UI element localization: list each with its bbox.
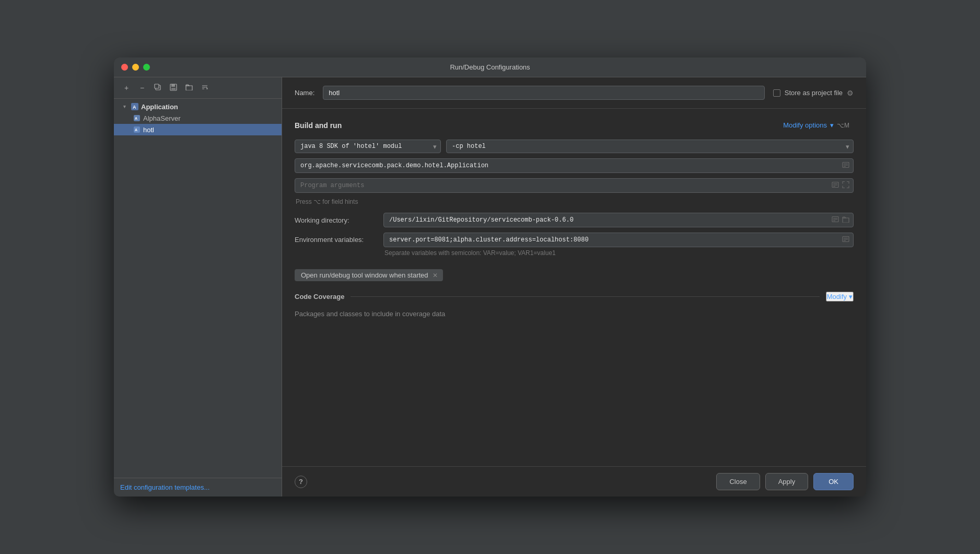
alphaserver-icon: A	[133, 114, 141, 122]
chevron-down-icon: ▾	[830, 121, 834, 129]
modify-options-shortcut: ⌥M	[837, 122, 849, 129]
modify-label: Modify	[827, 293, 847, 301]
modify-chevron-icon: ▾	[849, 293, 853, 301]
env-vars-input[interactable]	[383, 233, 854, 247]
env-vars-group: Separate variables with semicolon: VAR=v…	[383, 233, 854, 257]
badge-label: Open run/debug tool window when started	[301, 271, 428, 279]
svg-text:A: A	[135, 117, 137, 120]
working-dir-wrapper	[383, 213, 854, 227]
open-tool-window-badge: Open run/debug tool window when started …	[295, 269, 443, 281]
sdk-select-wrapper: java 8 SDK of 'hotel' modul	[295, 140, 441, 153]
main-class-wrapper	[295, 158, 854, 173]
chevron-down-icon: ▾	[120, 102, 129, 111]
traffic-lights	[121, 64, 150, 71]
working-dir-label: Working directory:	[295, 216, 378, 224]
main-class-input[interactable]	[295, 158, 854, 173]
store-as-project-checkbox[interactable]	[773, 89, 780, 97]
sdk-cp-row: java 8 SDK of 'hotel' modul -cp hotel	[295, 140, 854, 153]
close-button[interactable]: Close	[716, 473, 760, 490]
program-args-row	[295, 178, 854, 193]
hotl-label: hotl	[143, 126, 154, 134]
modify-options-label: Modify options	[783, 121, 827, 129]
edit-templates-link[interactable]: Edit configuration templates...	[120, 483, 209, 491]
window-footer: ? Close Apply OK	[282, 466, 866, 497]
env-vars-label: Environment variables:	[295, 233, 378, 244]
right-panel: Name: Store as project file ⚙ Build and …	[282, 77, 866, 497]
config-header: Name: Store as project file ⚙	[282, 77, 866, 109]
code-coverage-title: Code Coverage	[295, 293, 344, 301]
sidebar-group-label: Application	[141, 103, 178, 111]
main-content: + −	[114, 77, 866, 497]
browse-file-icon[interactable]	[842, 161, 849, 170]
sidebar: + −	[114, 77, 282, 497]
gear-icon[interactable]: ⚙	[847, 89, 854, 97]
expand-icon[interactable]	[842, 181, 849, 190]
code-coverage-modify-button[interactable]: Modify ▾	[826, 292, 854, 302]
apply-button[interactable]: Apply	[765, 473, 809, 490]
sidebar-group-application[interactable]: ▾ A Application	[114, 101, 282, 112]
sort-icon	[201, 84, 208, 93]
sidebar-toolbar: + −	[114, 77, 282, 99]
open-folder-icon[interactable]	[842, 216, 849, 224]
plus-icon: +	[124, 84, 129, 92]
save-icon	[170, 84, 177, 93]
browse-icon-args[interactable]	[832, 181, 839, 190]
copy-config-button[interactable]	[150, 82, 165, 94]
env-vars-hint: Separate variables with semicolon: VAR=v…	[383, 249, 854, 257]
program-args-input[interactable]	[295, 178, 854, 193]
run-debug-window: Run/Debug Configurations + −	[114, 57, 866, 497]
application-group-icon: A	[131, 102, 139, 111]
env-vars-wrapper	[383, 233, 854, 247]
svg-rect-3	[171, 84, 175, 87]
working-dir-row: Working directory:	[295, 213, 854, 227]
footer-right: Close Apply OK	[716, 473, 854, 490]
name-label: Name:	[295, 89, 314, 97]
sort-button[interactable]	[197, 82, 212, 94]
tool-window-badge-row: Open run/debug tool window when started …	[295, 269, 854, 281]
maximize-window-button[interactable]	[143, 64, 150, 71]
main-class-row	[295, 158, 854, 173]
help-button[interactable]: ?	[295, 476, 307, 488]
store-as-project-label: Store as project file	[785, 89, 843, 97]
sidebar-item-hotl[interactable]: A hotl	[114, 124, 282, 135]
env-vars-row: Environment variables:	[295, 233, 854, 257]
badge-close-button[interactable]: ✕	[433, 272, 438, 279]
config-body: Build and run Modify options ▾ ⌥M java 8…	[282, 109, 866, 466]
store-as-project-group: Store as project file ⚙	[773, 89, 854, 97]
sidebar-item-alphaserver[interactable]: A AlphaServer	[114, 112, 282, 124]
svg-rect-4	[171, 88, 176, 90]
footer-left: ?	[295, 476, 307, 488]
minus-icon: −	[140, 84, 144, 92]
name-input[interactable]	[323, 86, 764, 100]
alphaserver-label: AlphaServer	[143, 114, 181, 122]
window-title: Run/Debug Configurations	[450, 63, 530, 71]
folder-icon	[185, 84, 193, 92]
open-folder-button[interactable]	[182, 82, 196, 94]
question-mark-icon: ?	[299, 478, 303, 486]
modify-options-button[interactable]: Modify options ▾ ⌥M	[779, 119, 854, 131]
svg-text:A: A	[135, 128, 137, 132]
browse-file-icon-wd[interactable]	[832, 216, 839, 225]
add-config-button[interactable]: +	[119, 82, 134, 94]
remove-config-button[interactable]: −	[135, 82, 149, 94]
env-vars-browse-icon[interactable]	[842, 236, 849, 245]
divider-line	[351, 296, 819, 297]
sidebar-tree: ▾ A Application A	[114, 99, 282, 478]
copy-icon	[154, 84, 161, 93]
hotl-icon: A	[133, 125, 141, 134]
svg-text:A: A	[133, 105, 136, 110]
program-args-wrapper	[295, 178, 854, 193]
minimize-window-button[interactable]	[132, 64, 139, 71]
coverage-desc: Packages and classes to include in cover…	[295, 310, 854, 318]
close-window-button[interactable]	[121, 64, 128, 71]
titlebar: Run/Debug Configurations	[114, 57, 866, 77]
working-dir-input[interactable]	[383, 213, 854, 227]
save-config-button[interactable]	[166, 82, 181, 94]
hint-text: Press ⌥ for field hints	[295, 198, 854, 205]
sdk-select[interactable]: java 8 SDK of 'hotel' modul	[295, 140, 441, 153]
sidebar-footer: Edit configuration templates...	[114, 478, 282, 497]
ok-button[interactable]: OK	[813, 473, 854, 490]
svg-rect-1	[155, 84, 159, 88]
code-coverage-divider: Code Coverage Modify ▾	[295, 292, 854, 302]
cp-select[interactable]: -cp hotel	[446, 140, 854, 153]
